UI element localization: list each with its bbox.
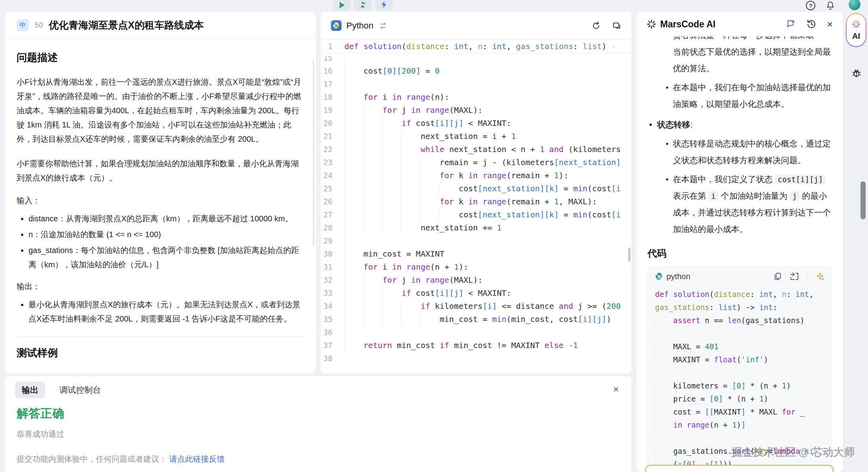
code-line [655, 366, 832, 379]
code-lines: 1516cost[0][200] = 01718for i in range(n… [321, 56, 631, 365]
submit-figure-icon [359, 1, 366, 8]
lightning-icon [381, 1, 387, 8]
history-icon[interactable] [806, 19, 817, 29]
tab-output[interactable]: 输出 [15, 382, 45, 398]
assistant-body[interactable]: 贪心算法是一种在每一步选择中都采取 当前状态下最优的选择，以期望达到全局最优的算… [636, 36, 843, 472]
list-item: distance：从青海湖到景点X的总距离（km），距离最远不超过 10000 … [28, 211, 304, 226]
result-status: 解答正确 [17, 405, 632, 422]
line-number: 30 [321, 247, 344, 261]
code-line: 18for i in range(n): [321, 91, 631, 104]
code-line: 23remain = j - (kilometers[next_station] [321, 156, 631, 169]
code-line: 33if cost[i][j] < MAXINT: [321, 287, 631, 300]
line-number: 21 [321, 130, 344, 143]
code-line [655, 327, 832, 340]
code-line: 27cost[next_station][k] = min(cost[i [321, 208, 631, 221]
code-language-label: python [667, 272, 690, 281]
description-paragraph: 小F计划从青海湖出发，前往一个遥远的景点X进行旅游。景点X可能是“敦煌”或“月牙… [17, 75, 304, 146]
submit-button[interactable] [354, 0, 371, 10]
samples-heading: 测试样例 [17, 346, 304, 360]
code-line: 31for i in range(n + 1): [321, 261, 631, 274]
result-subtext: 恭喜成功通过 [17, 429, 632, 440]
assistant-bullet: 在本题中，我们在每个加油站选择最优的加油策略，以期望最小化总成本。 [648, 79, 832, 112]
feedback-text: 提交功能内测体验中，任何问题或者建议： [17, 455, 167, 463]
assistant-panel: MarsCode AI × [636, 12, 843, 472]
editor-panel: Python [321, 12, 632, 374]
divider [17, 336, 304, 337]
console-panel: 输出 调试控制台 × 解答正确 恭喜成功通过 提交功能内测体验中，任何问题或者建… [5, 376, 632, 472]
line-number: 32 [321, 274, 344, 287]
language-switch-icon[interactable] [379, 23, 387, 29]
problem-body[interactable]: 问题描述 小F计划从青海湖出发，前往一个遥远的景点X进行旅游。景点X可能是“敦煌… [5, 39, 316, 374]
code-line: 28next_station += 1 [321, 221, 631, 234]
window-scrollbar-thumb[interactable] [860, 181, 866, 219]
close-icon[interactable]: × [613, 384, 619, 394]
line-number: 25 [321, 182, 344, 195]
new-chat-icon[interactable] [786, 19, 796, 29]
code-line: kilometers = [0] * (n + 1) [655, 379, 832, 392]
code-line: 21next_station = i + 1 [321, 130, 631, 143]
code-line: 17 [321, 78, 631, 91]
reset-code-icon[interactable] [591, 21, 601, 30]
line-number: 24 [321, 169, 344, 182]
problem-panel: 中 50 优化青海湖至景点X的租车路线成本 问题描述 小F计划从青海湖出发，前往… [5, 12, 316, 374]
editor-scrollbar[interactable] [628, 247, 631, 262]
ai-spark-icon [852, 20, 860, 29]
tab-debug-console[interactable]: 调试控制台 [59, 384, 101, 396]
avatar[interactable] [848, 0, 861, 11]
code-line: 35min_cost = min(min_cost, cost[i][j]) [321, 313, 631, 326]
insert-code-icon[interactable] [790, 272, 800, 281]
code-line: 22while next_station < n + 1 and (kilome… [321, 143, 631, 156]
code-line: 29 [321, 234, 631, 247]
line-number: 37 [321, 339, 344, 352]
language-label: Python [346, 21, 374, 31]
code-line: 37return min_cost if min_cost != MAXINT … [321, 339, 631, 352]
sticky-code-line: 1def solution(distance: int, n: int, gas… [321, 40, 632, 53]
line-number: 33 [321, 287, 344, 300]
line-number: 17 [321, 78, 344, 91]
help-icon[interactable]: ? [806, 1, 815, 10]
problem-title: 优化青海湖至景点X的租车路线成本 [49, 19, 204, 32]
assistant-title: MarsCode AI [660, 19, 716, 30]
ai-widget-label: AI [852, 32, 860, 41]
input-label: 输入： [17, 195, 304, 206]
code-line: 38 [321, 352, 631, 365]
code-block-header: python [648, 266, 832, 286]
description-paragraph: 小F需要你帮助他计算，如果合理规划加油站的加油顺序和数量，最小化从青海湖到景点X… [17, 156, 304, 185]
bug-report-icon[interactable] [851, 67, 862, 78]
line-number: 38 [321, 352, 344, 365]
close-icon[interactable]: × [827, 19, 833, 29]
debug-button[interactable] [375, 0, 393, 10]
code-line: 20if cost[i][j] < MAXINT: [321, 117, 631, 130]
layout-switch-icon[interactable] [612, 21, 621, 30]
code-area[interactable]: 1516cost[0][200] = 01718for i in range(n… [321, 56, 631, 373]
code-line: MAXL = 401 [655, 340, 832, 353]
code-line: def solution(distance: int, n: int, [655, 288, 832, 301]
code-line: 26for k in range(remain + 1, MAXL): [321, 195, 631, 208]
code-line: 19for j in range(MAXL): [321, 104, 631, 117]
copy-icon[interactable] [773, 272, 782, 281]
sparkle-icon[interactable] [816, 272, 824, 281]
run-button[interactable] [333, 0, 351, 10]
output-list: 最小化从青海湖到景点X的旅行成本（元）。如果无法到达景点X，或者到达景点X还车时… [17, 297, 304, 326]
console-tabs: 输出 调试控制台 [5, 376, 632, 398]
python-mini-icon [655, 272, 663, 280]
code-line: assert n == len(gas_stations) [655, 314, 832, 327]
scrollbar[interactable] [313, 59, 314, 246]
assistant-bullet: 在本题中，我们定义了状态 cost[i][j] 表示在第 i 个加油站时油量为 … [648, 171, 832, 238]
code-line [655, 432, 832, 445]
editor-header: Python [321, 12, 632, 40]
python-logo-icon [331, 20, 342, 31]
line-number: 31 [321, 261, 344, 274]
list-item: n：沿途加油站的数量 (1 <= n <= 100) [28, 227, 304, 242]
watermark: 掘金技术社区 @ 芯动大师 [731, 445, 855, 459]
assistant-chat-input[interactable] [645, 465, 834, 472]
assistant-header: MarsCode AI × [636, 12, 843, 36]
line-number: 23 [321, 156, 344, 169]
assistant-code-lines: def solution(distance: int, n: int,gas_s… [648, 286, 832, 472]
ai-widget[interactable]: AI [846, 13, 866, 47]
notifications-icon[interactable] [826, 1, 835, 10]
description-heading: 问题描述 [17, 51, 304, 65]
feedback-link[interactable]: 请点此链接反馈 [169, 455, 225, 463]
line-number: 27 [321, 208, 344, 221]
line-number: 26 [321, 195, 344, 208]
